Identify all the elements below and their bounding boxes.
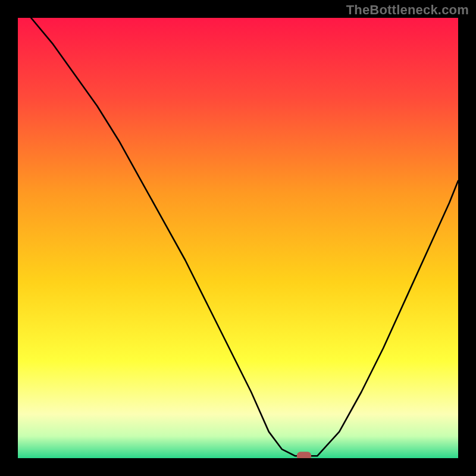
- watermark-text: TheBottleneck.com: [346, 2, 469, 18]
- plot-svg: [18, 18, 458, 458]
- gradient-background: [18, 18, 458, 458]
- chart-container: TheBottleneck.com: [0, 0, 476, 476]
- plot-area: [18, 18, 458, 458]
- optimal-marker: [297, 452, 311, 458]
